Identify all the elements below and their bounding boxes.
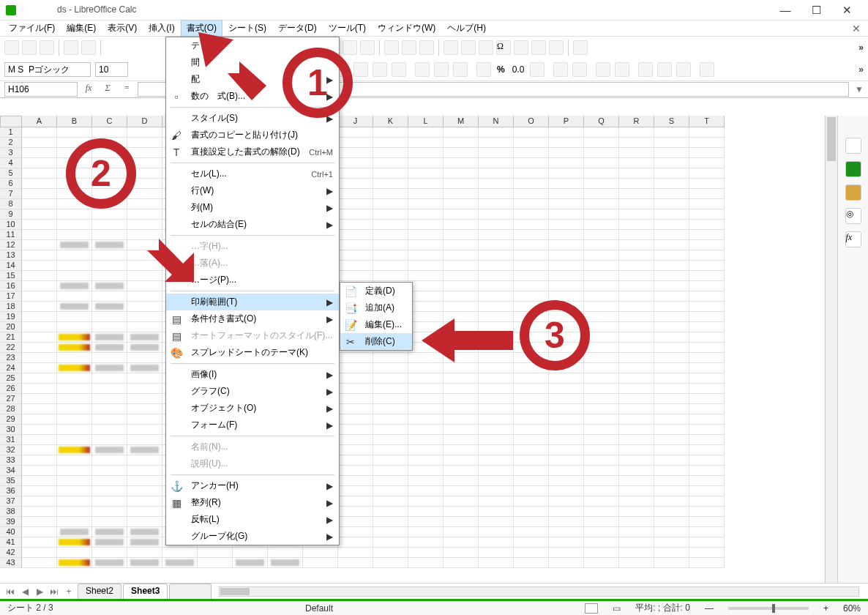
cell[interactable] (373, 537, 408, 548)
cell[interactable] (584, 548, 619, 558)
tab-next-icon[interactable]: ▶ (34, 586, 45, 597)
col-header-O[interactable]: O (514, 116, 549, 127)
cell[interactable] (373, 261, 408, 271)
cell[interactable] (22, 148, 57, 158)
cell[interactable] (338, 537, 373, 548)
cell[interactable] (57, 373, 92, 384)
cell[interactable] (127, 343, 162, 353)
sheet-tab[interactable] (169, 584, 212, 600)
cell[interactable] (22, 527, 57, 537)
row-header[interactable]: 15 (0, 271, 22, 281)
col-header-Q[interactable]: Q (584, 116, 619, 127)
cell[interactable] (654, 230, 689, 240)
cell[interactable] (127, 322, 162, 332)
zoom-slider[interactable] (728, 607, 809, 610)
cell[interactable] (584, 220, 619, 230)
cell[interactable] (444, 250, 479, 261)
cell[interactable] (338, 230, 373, 240)
cell[interactable] (514, 496, 549, 507)
cell[interactable] (654, 148, 689, 158)
cell[interactable] (514, 138, 549, 148)
submenuitem-定義d[interactable]: 📄定義(D) (340, 283, 412, 299)
row-header[interactable]: 24 (0, 363, 22, 373)
cell[interactable] (162, 558, 198, 568)
menuitem-スプレッドシートのテーマk[interactable]: 🎨スプレッドシートのテーマ(K) (166, 344, 339, 361)
cell[interactable] (584, 476, 619, 486)
cell[interactable] (514, 179, 549, 189)
cell[interactable] (338, 445, 373, 455)
menuitem-セルl[interactable]: セル(L)...Ctrl+1 (166, 165, 339, 182)
cell[interactable] (338, 138, 373, 148)
cell[interactable] (127, 332, 162, 343)
cell[interactable] (549, 230, 584, 240)
navigator-icon[interactable]: ◎ (845, 208, 861, 224)
row-header[interactable]: 1 (0, 127, 22, 138)
cell[interactable] (619, 199, 654, 209)
cell[interactable] (619, 322, 654, 332)
cell[interactable] (549, 138, 584, 148)
cell[interactable] (654, 394, 689, 404)
cell[interactable] (549, 455, 584, 466)
row-header[interactable]: 5 (0, 168, 22, 179)
cell[interactable] (408, 250, 444, 261)
cell[interactable] (22, 548, 57, 558)
cell[interactable] (22, 496, 57, 507)
cell[interactable] (373, 455, 408, 466)
cell[interactable] (408, 404, 444, 414)
cell[interactable] (22, 240, 57, 250)
cell[interactable] (689, 435, 725, 445)
cell[interactable] (338, 466, 373, 476)
row-header[interactable]: 13 (0, 250, 22, 261)
cell[interactable] (373, 404, 408, 414)
cell[interactable] (584, 537, 619, 548)
cell[interactable] (654, 291, 689, 302)
cell[interactable] (514, 199, 549, 209)
row-header[interactable]: 22 (0, 343, 22, 353)
cell[interactable] (584, 281, 619, 291)
cell[interactable] (514, 250, 549, 261)
chart-icon[interactable] (461, 40, 476, 55)
cell[interactable] (514, 373, 549, 384)
cell[interactable] (619, 517, 654, 527)
cell[interactable] (619, 127, 654, 138)
cell[interactable] (57, 353, 92, 363)
cell[interactable] (233, 548, 268, 558)
cell[interactable] (479, 527, 514, 537)
cell[interactable] (654, 496, 689, 507)
menu-編集[interactable]: 編集(E) (61, 20, 102, 37)
cell[interactable] (584, 199, 619, 209)
cell[interactable] (654, 414, 689, 425)
cell[interactable] (373, 414, 408, 425)
cell[interactable] (619, 425, 654, 435)
cell[interactable] (619, 394, 654, 404)
cell[interactable] (373, 496, 408, 507)
cell[interactable] (92, 302, 127, 312)
cell[interactable] (689, 363, 725, 373)
cell[interactable] (92, 435, 127, 445)
cell[interactable] (408, 240, 444, 250)
row-header[interactable]: 12 (0, 240, 22, 250)
cell[interactable] (57, 445, 92, 455)
cell[interactable] (57, 322, 92, 332)
cell[interactable] (514, 261, 549, 271)
cell[interactable] (127, 527, 162, 537)
cell[interactable] (127, 537, 162, 548)
cell[interactable] (338, 209, 373, 220)
cell[interactable] (444, 517, 479, 527)
border-color-icon[interactable] (676, 62, 691, 77)
cell[interactable] (233, 558, 268, 568)
cell[interactable] (549, 373, 584, 384)
tab-last-icon[interactable]: ⏭ (48, 586, 60, 597)
cell[interactable] (373, 548, 408, 558)
cell[interactable] (514, 435, 549, 445)
cell[interactable] (479, 302, 514, 312)
cell[interactable] (22, 445, 57, 455)
cell[interactable] (57, 312, 92, 322)
cell[interactable] (549, 261, 584, 271)
cell[interactable] (619, 537, 654, 548)
align-right-icon[interactable] (373, 62, 387, 77)
cell[interactable] (22, 179, 57, 189)
menu-データ[interactable]: データ(D) (272, 20, 323, 37)
cell[interactable] (619, 476, 654, 486)
menuitem-直接設定した書式の解除d[interactable]: T直接設定した書式の解除(D)Ctrl+M (166, 144, 339, 160)
